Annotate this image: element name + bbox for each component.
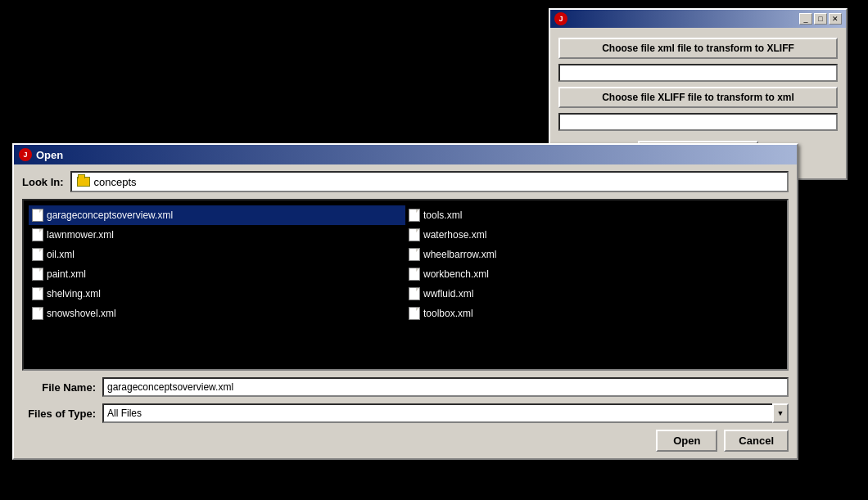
open-dialog: J Open Look In: concepts garageconceptso… xyxy=(12,143,798,460)
file-name: lawnmower.xml xyxy=(47,229,114,241)
open-body: Look In: concepts garageconceptsoverview… xyxy=(14,164,797,458)
cancel-button[interactable]: Cancel xyxy=(724,430,789,452)
file-icon xyxy=(32,307,43,320)
file-icon xyxy=(32,268,43,281)
file-name-label: File Name: xyxy=(22,381,96,394)
file-icon xyxy=(409,228,420,241)
file-name: tools.xml xyxy=(423,209,462,221)
open-dialog-java-icon: J xyxy=(19,148,32,161)
look-in-row: Look In: concepts xyxy=(22,171,789,192)
file-name: snowshovel.xml xyxy=(47,308,116,319)
choose-xml-button[interactable]: Choose file xml file to transform to XLI… xyxy=(558,38,838,59)
file-list-area[interactable]: garageconceptsoverview.xmltools.xmllawnm… xyxy=(22,199,789,371)
file-icon xyxy=(409,307,420,320)
close-button[interactable]: ✕ xyxy=(829,13,842,25)
open-dialog-title: Open xyxy=(36,149,63,161)
files-of-type-row: Files of Type: All Files ▼ xyxy=(22,403,789,423)
maximize-button[interactable]: □ xyxy=(814,13,827,25)
folder-icon xyxy=(77,177,90,187)
list-item[interactable]: shelving.xml xyxy=(29,284,405,304)
dialog-buttons: Open Cancel xyxy=(22,430,789,452)
file-name: paint.xml xyxy=(47,268,86,280)
file-name-input[interactable] xyxy=(102,377,789,397)
file-name: toolbox.xml xyxy=(423,308,473,319)
files-of-type-select[interactable]: All Files xyxy=(102,403,789,423)
open-titlebar: J Open xyxy=(14,145,797,164)
file-name: garageconceptsoverview.xml xyxy=(47,209,173,221)
list-item[interactable]: waterhose.xml xyxy=(405,225,782,245)
file-icon xyxy=(32,209,43,222)
file-name: workbench.xml xyxy=(423,268,489,280)
file-name: shelving.xml xyxy=(47,288,101,300)
look-in-combo[interactable]: concepts xyxy=(70,171,789,192)
file-icon xyxy=(32,287,43,300)
list-item[interactable]: tools.xml xyxy=(405,205,782,225)
choose-xliff-button[interactable]: Choose file XLIFF file to transform to x… xyxy=(558,87,838,108)
file-icon xyxy=(32,248,43,261)
file-name: wheelbarrow.xml xyxy=(423,249,496,260)
look-in-folder-name: concepts xyxy=(94,176,137,188)
file-icon xyxy=(32,228,43,241)
minimize-button[interactable]: _ xyxy=(799,13,812,25)
look-in-label: Look In: xyxy=(22,176,64,188)
file-icon xyxy=(409,209,420,222)
xml-file-input[interactable] xyxy=(558,64,838,82)
files-of-type-wrapper: All Files ▼ xyxy=(102,403,789,423)
file-name: waterhose.xml xyxy=(423,229,486,241)
titlebar-controls: _ □ ✕ xyxy=(799,13,842,25)
file-name: wwfluid.xml xyxy=(423,288,473,300)
open-button[interactable]: Open xyxy=(656,430,717,452)
xliff-file-input[interactable] xyxy=(558,113,838,131)
list-item[interactable]: oil.xml xyxy=(29,245,405,264)
list-item[interactable]: garageconceptsoverview.xml xyxy=(29,205,405,225)
transform-titlebar: J _ □ ✕ xyxy=(550,10,846,28)
file-icon xyxy=(409,248,420,261)
files-of-type-label: Files of Type: xyxy=(22,408,96,420)
list-item[interactable]: snowshovel.xml xyxy=(29,304,405,323)
list-item[interactable]: wwfluid.xml xyxy=(405,284,782,304)
file-name: oil.xml xyxy=(47,249,75,260)
list-item[interactable]: workbench.xml xyxy=(405,264,782,284)
file-name-row: File Name: xyxy=(22,377,789,397)
title-left: J xyxy=(554,12,567,25)
java-icon: J xyxy=(554,12,567,25)
list-item[interactable]: paint.xml xyxy=(29,264,405,284)
list-item[interactable]: wheelbarrow.xml xyxy=(405,245,782,264)
list-item[interactable]: toolbox.xml xyxy=(405,304,782,323)
list-item[interactable]: lawnmower.xml xyxy=(29,225,405,245)
file-icon xyxy=(409,268,420,281)
file-icon xyxy=(409,287,420,300)
